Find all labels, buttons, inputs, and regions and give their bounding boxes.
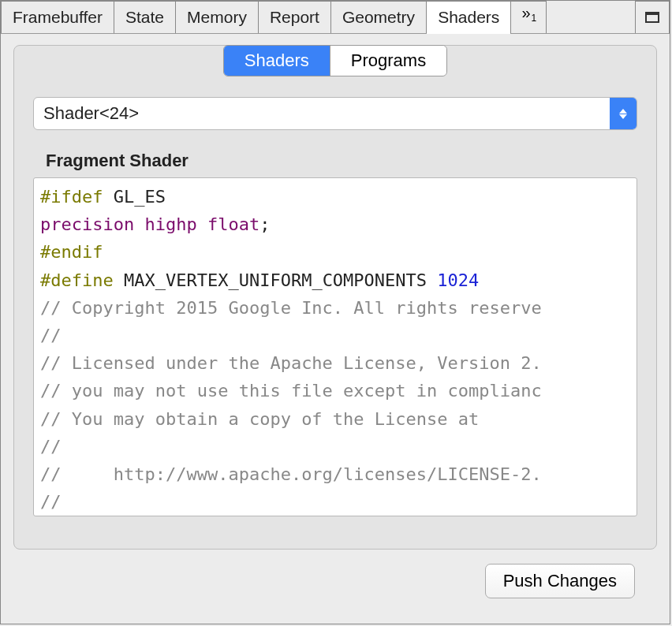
shader-select[interactable]: Shader<24> [33,97,637,130]
tab-shaders[interactable]: Shaders [426,1,511,33]
tab-framebuffer[interactable]: Framebuffer [1,1,114,33]
shader-source-editor[interactable]: #ifdef GL_ESprecision highp float;#endif… [33,177,637,516]
chevron-right-double-icon: » [521,5,530,20]
tab-label: Memory [187,8,247,27]
tab-bar-spacer [547,1,635,33]
main-tab-bar: Framebuffer State Memory Report Geometry… [1,1,670,34]
tab-geometry[interactable]: Geometry [330,1,427,33]
push-changes-button[interactable]: Push Changes [485,564,635,598]
shader-select-row: Shader<24> [33,97,637,130]
tab-overflow-button[interactable]: » 1 [510,1,547,33]
content-area: Shaders Programs Shader<24> Fragment Sha… [1,34,670,624]
tab-label: Geometry [342,8,415,27]
app-window: Framebuffer State Memory Report Geometry… [0,0,670,624]
seg-programs[interactable]: Programs [330,46,446,76]
shaders-panel: Shaders Programs Shader<24> Fragment Sha… [13,45,657,550]
tab-label: Framebuffer [13,8,103,27]
shader-select-value: Shader<24> [34,98,610,129]
tab-label: Shaders [438,8,499,27]
segmented-control-wrap: Shaders Programs [14,45,656,76]
maximize-icon [645,12,659,23]
tab-label: State [125,8,164,27]
tab-report[interactable]: Report [258,1,331,33]
segmented-control: Shaders Programs [223,45,447,76]
overflow-count: 1 [532,13,537,24]
seg-shaders[interactable]: Shaders [224,46,330,76]
tab-label: Report [270,8,319,27]
updown-icon [610,98,637,129]
section-title: Fragment Shader [46,151,656,171]
push-row: Push Changes [13,564,635,598]
maximize-button[interactable] [635,1,670,33]
tab-state[interactable]: State [114,1,176,33]
tab-memory[interactable]: Memory [175,1,259,33]
